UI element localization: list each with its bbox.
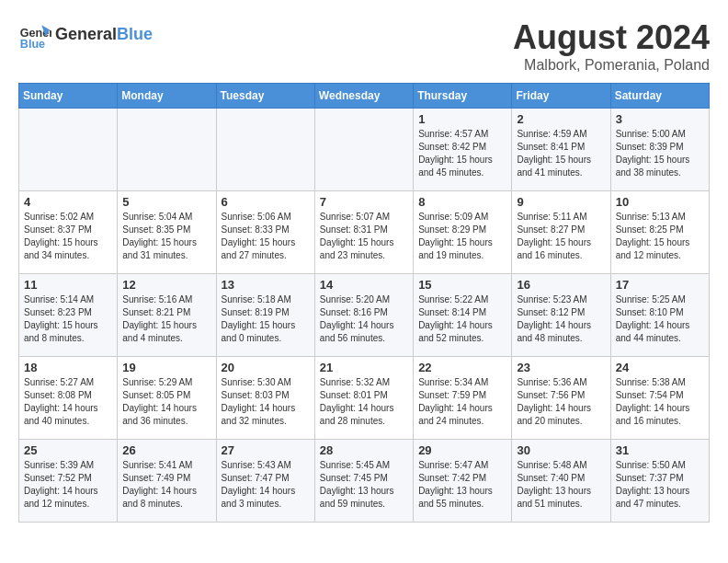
day-info: Sunrise: 5:14 AM Sunset: 8:23 PM Dayligh… <box>24 293 112 345</box>
header-friday: Friday <box>512 84 610 109</box>
day-number: 26 <box>122 443 210 457</box>
table-row: 14Sunrise: 5:20 AM Sunset: 8:16 PM Dayli… <box>314 274 413 357</box>
table-row: 2Sunrise: 4:59 AM Sunset: 8:41 PM Daylig… <box>512 109 610 191</box>
day-info: Sunrise: 5:41 AM Sunset: 7:49 PM Dayligh… <box>122 459 210 511</box>
logo: General Blue GeneralBlue <box>18 18 153 52</box>
table-row: 11Sunrise: 5:14 AM Sunset: 8:23 PM Dayli… <box>19 274 118 357</box>
header-sunday: Sunday <box>19 84 118 109</box>
table-row: 24Sunrise: 5:38 AM Sunset: 7:54 PM Dayli… <box>610 357 709 440</box>
day-info: Sunrise: 5:23 AM Sunset: 8:12 PM Dayligh… <box>517 293 605 345</box>
page-header: General Blue GeneralBlue August 2024 Mal… <box>18 18 710 74</box>
table-row: 13Sunrise: 5:18 AM Sunset: 8:19 PM Dayli… <box>216 274 314 357</box>
table-row: 4Sunrise: 5:02 AM Sunset: 8:37 PM Daylig… <box>19 191 118 274</box>
month-year-title: August 2024 <box>513 18 710 57</box>
logo-blue: Blue <box>117 25 153 43</box>
day-number: 21 <box>320 361 408 374</box>
day-info: Sunrise: 5:43 AM Sunset: 7:47 PM Dayligh… <box>222 459 310 511</box>
logo-icon: General Blue <box>18 18 51 52</box>
table-row: 23Sunrise: 5:36 AM Sunset: 7:56 PM Dayli… <box>512 357 610 440</box>
header-monday: Monday <box>118 84 216 109</box>
day-number: 4 <box>24 195 112 209</box>
table-row <box>216 109 314 191</box>
day-number: 18 <box>24 361 112 374</box>
table-row: 28Sunrise: 5:45 AM Sunset: 7:45 PM Dayli… <box>314 440 413 523</box>
calendar-header: Sunday Monday Tuesday Wednesday Thursday… <box>19 84 710 109</box>
table-row: 7Sunrise: 5:07 AM Sunset: 8:31 PM Daylig… <box>314 191 413 274</box>
table-row: 30Sunrise: 5:48 AM Sunset: 7:40 PM Dayli… <box>512 440 610 523</box>
day-info: Sunrise: 5:09 AM Sunset: 8:29 PM Dayligh… <box>418 211 506 262</box>
logo-general: General <box>55 25 117 43</box>
day-info: Sunrise: 5:36 AM Sunset: 7:56 PM Dayligh… <box>517 376 605 428</box>
table-row: 31Sunrise: 5:50 AM Sunset: 7:37 PM Dayli… <box>610 440 709 523</box>
day-number: 28 <box>320 443 408 457</box>
table-row: 15Sunrise: 5:22 AM Sunset: 8:14 PM Dayli… <box>414 274 512 357</box>
day-number: 16 <box>517 278 605 292</box>
day-number: 1 <box>418 112 506 126</box>
day-number: 11 <box>24 278 112 292</box>
table-row: 25Sunrise: 5:39 AM Sunset: 7:52 PM Dayli… <box>19 440 118 523</box>
day-number: 27 <box>222 443 310 457</box>
day-info: Sunrise: 5:48 AM Sunset: 7:40 PM Dayligh… <box>517 459 605 511</box>
day-info: Sunrise: 5:00 AM Sunset: 8:39 PM Dayligh… <box>616 128 704 179</box>
calendar-table: Sunday Monday Tuesday Wednesday Thursday… <box>18 83 710 523</box>
day-number: 3 <box>616 112 704 126</box>
table-row: 6Sunrise: 5:06 AM Sunset: 8:33 PM Daylig… <box>216 191 314 274</box>
day-number: 13 <box>222 278 310 292</box>
day-info: Sunrise: 5:07 AM Sunset: 8:31 PM Dayligh… <box>320 211 408 262</box>
day-info: Sunrise: 5:20 AM Sunset: 8:16 PM Dayligh… <box>320 293 408 345</box>
day-info: Sunrise: 5:06 AM Sunset: 8:33 PM Dayligh… <box>222 211 310 262</box>
table-row: 9Sunrise: 5:11 AM Sunset: 8:27 PM Daylig… <box>512 191 610 274</box>
day-info: Sunrise: 5:50 AM Sunset: 7:37 PM Dayligh… <box>616 459 704 511</box>
table-row: 17Sunrise: 5:25 AM Sunset: 8:10 PM Dayli… <box>610 274 709 357</box>
location-subtitle: Malbork, Pomerania, Poland <box>513 57 710 74</box>
day-info: Sunrise: 5:22 AM Sunset: 8:14 PM Dayligh… <box>418 293 506 345</box>
day-info: Sunrise: 5:18 AM Sunset: 8:19 PM Dayligh… <box>222 293 310 345</box>
day-info: Sunrise: 5:39 AM Sunset: 7:52 PM Dayligh… <box>24 459 112 511</box>
day-info: Sunrise: 5:32 AM Sunset: 8:01 PM Dayligh… <box>320 376 408 428</box>
day-number: 2 <box>517 112 605 126</box>
day-number: 5 <box>122 195 210 209</box>
day-number: 10 <box>616 195 704 209</box>
day-info: Sunrise: 5:04 AM Sunset: 8:35 PM Dayligh… <box>122 211 210 262</box>
day-info: Sunrise: 5:27 AM Sunset: 8:08 PM Dayligh… <box>24 376 112 428</box>
table-row: 27Sunrise: 5:43 AM Sunset: 7:47 PM Dayli… <box>216 440 314 523</box>
day-number: 15 <box>418 278 506 292</box>
day-number: 8 <box>418 195 506 209</box>
table-row: 12Sunrise: 5:16 AM Sunset: 8:21 PM Dayli… <box>118 274 216 357</box>
day-info: Sunrise: 5:02 AM Sunset: 8:37 PM Dayligh… <box>24 211 112 262</box>
table-row <box>19 109 118 191</box>
day-info: Sunrise: 5:47 AM Sunset: 7:42 PM Dayligh… <box>418 459 506 511</box>
table-row: 21Sunrise: 5:32 AM Sunset: 8:01 PM Dayli… <box>314 357 413 440</box>
header-wednesday: Wednesday <box>314 84 413 109</box>
day-info: Sunrise: 5:11 AM Sunset: 8:27 PM Dayligh… <box>517 211 605 262</box>
day-number: 19 <box>122 361 210 374</box>
day-number: 24 <box>616 361 704 374</box>
calendar-body: 1Sunrise: 4:57 AM Sunset: 8:42 PM Daylig… <box>19 109 710 523</box>
day-number: 29 <box>418 443 506 457</box>
title-block: August 2024 Malbork, Pomerania, Poland <box>513 18 710 74</box>
table-row: 18Sunrise: 5:27 AM Sunset: 8:08 PM Dayli… <box>19 357 118 440</box>
day-number: 14 <box>320 278 408 292</box>
table-row: 26Sunrise: 5:41 AM Sunset: 7:49 PM Dayli… <box>118 440 216 523</box>
table-row: 5Sunrise: 5:04 AM Sunset: 8:35 PM Daylig… <box>118 191 216 274</box>
table-row <box>118 109 216 191</box>
header-thursday: Thursday <box>414 84 512 109</box>
day-number: 20 <box>222 361 310 374</box>
day-info: Sunrise: 5:25 AM Sunset: 8:10 PM Dayligh… <box>616 293 704 345</box>
table-row: 1Sunrise: 4:57 AM Sunset: 8:42 PM Daylig… <box>414 109 512 191</box>
table-row: 19Sunrise: 5:29 AM Sunset: 8:05 PM Dayli… <box>118 357 216 440</box>
day-info: Sunrise: 5:45 AM Sunset: 7:45 PM Dayligh… <box>320 459 408 511</box>
table-row: 20Sunrise: 5:30 AM Sunset: 8:03 PM Dayli… <box>216 357 314 440</box>
table-row: 16Sunrise: 5:23 AM Sunset: 8:12 PM Dayli… <box>512 274 610 357</box>
table-row: 22Sunrise: 5:34 AM Sunset: 7:59 PM Dayli… <box>414 357 512 440</box>
day-number: 23 <box>517 361 605 374</box>
day-number: 6 <box>222 195 310 209</box>
day-info: Sunrise: 5:38 AM Sunset: 7:54 PM Dayligh… <box>616 376 704 428</box>
day-info: Sunrise: 4:59 AM Sunset: 8:41 PM Dayligh… <box>517 128 605 179</box>
day-number: 30 <box>517 443 605 457</box>
day-info: Sunrise: 5:16 AM Sunset: 8:21 PM Dayligh… <box>122 293 210 345</box>
day-info: Sunrise: 5:29 AM Sunset: 8:05 PM Dayligh… <box>122 376 210 428</box>
header-tuesday: Tuesday <box>216 84 314 109</box>
table-row: 10Sunrise: 5:13 AM Sunset: 8:25 PM Dayli… <box>610 191 709 274</box>
svg-text:Blue: Blue <box>20 38 45 51</box>
